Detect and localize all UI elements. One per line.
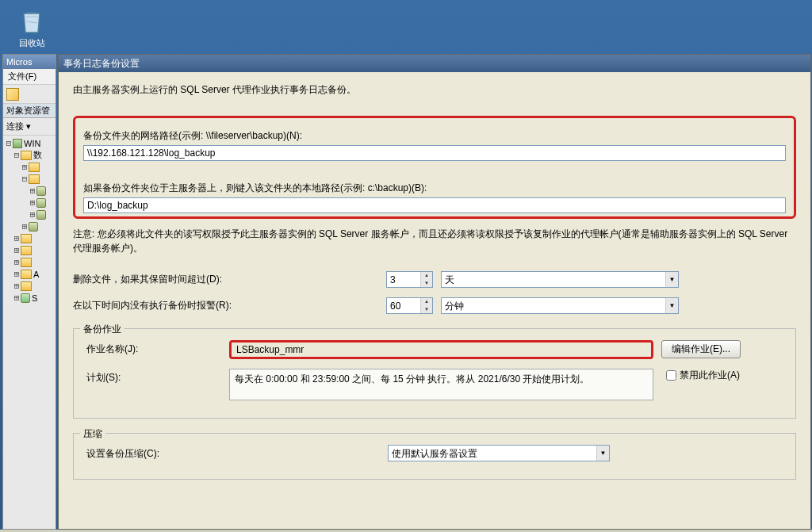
folder-icon [21, 281, 32, 291]
dialog-intro: 由主服务器实例上运行的 SQL Server 代理作业执行事务日志备份。 [73, 83, 796, 97]
local-path-label: 如果备份文件夹位于主服务器上，则键入该文件夹的本地路径(示例: c:\backu… [83, 182, 786, 195]
alert-value-spinner[interactable]: ▲▼ [386, 297, 433, 314]
agent-icon [21, 293, 30, 303]
chevron-down-icon[interactable]: ▼ [665, 272, 678, 287]
ssms-toolbar [3, 85, 56, 104]
database-icon [36, 198, 46, 208]
dialog-titlebar: 事务日志备份设置 [59, 55, 810, 72]
edit-job-button[interactable]: 编辑作业(E)... [661, 340, 741, 358]
ssms-menu[interactable]: 文件(F) [3, 69, 56, 85]
folder-icon [29, 174, 40, 184]
tree-item[interactable]: 数 [33, 149, 42, 161]
ssms-titlebar: Micros [3, 55, 56, 69]
schedule-label: 计划(S): [86, 369, 229, 385]
network-path-input[interactable] [83, 145, 786, 161]
object-explorer-header: 对象资源管 [3, 104, 56, 118]
recycle-bin-icon [16, 4, 48, 36]
folder-icon [21, 151, 32, 160]
chevron-down-icon[interactable]: ▼ [596, 446, 609, 461]
disable-job-checkbox[interactable] [666, 370, 676, 381]
alert-unit-combo[interactable]: 分钟 ▼ [441, 297, 679, 314]
job-name-highlight-box: LSBackup_mmr [229, 340, 653, 359]
database-icon [29, 222, 38, 232]
alert-unit-value: 分钟 [442, 298, 665, 313]
delete-files-label: 删除文件，如果其保留时间超过(D): [73, 273, 386, 286]
connect-label[interactable]: 连接 ▾ [6, 121, 31, 132]
alert-label: 在以下时间内没有执行备份时报警(R): [73, 299, 386, 312]
folder-icon [21, 246, 32, 255]
job-name-label: 作业名称(J): [86, 340, 229, 356]
schedule-value-box: 每天在 0:00:00 和 23:59:00 之间、每 15 分钟 执行。将从 … [229, 369, 653, 400]
compression-fieldset: 压缩 设置备份压缩(C): 使用默认服务器设置 ▼ [73, 433, 796, 480]
server-icon [13, 139, 22, 148]
disable-job-checkbox-wrap[interactable]: 禁用此作业(A) [666, 369, 740, 382]
menu-file[interactable]: 文件(F) [8, 71, 36, 82]
delete-value-input[interactable] [387, 272, 420, 287]
folder-icon [29, 163, 40, 172]
recycle-bin[interactable]: 回收站 [16, 4, 48, 49]
schedule-value: 每天在 0:00:00 和 23:59:00 之间、每 15 分钟 执行。将从 … [235, 373, 590, 385]
compression-combo[interactable]: 使用默认服务器设置 ▼ [388, 445, 610, 461]
dialog-title: 事务日志备份设置 [63, 57, 140, 71]
delete-value-spinner[interactable]: ▲▼ [386, 271, 433, 288]
delete-unit-value: 天 [442, 272, 665, 287]
toolbar-new-icon[interactable] [6, 88, 19, 101]
database-icon [36, 210, 46, 220]
tree-server-node[interactable]: WIN [24, 139, 40, 148]
backup-job-fieldset: 备份作业 作业名称(J): LSBackup_mmr 编辑作业(E)... 计划… [73, 328, 796, 419]
job-name-value[interactable]: LSBackup_mmr [236, 344, 304, 355]
spinner-up-icon[interactable]: ▲ [421, 272, 432, 280]
spinner-up-icon[interactable]: ▲ [421, 298, 432, 306]
folder-icon [21, 258, 32, 267]
ssms-title: Micros [6, 57, 32, 67]
tree-item[interactable]: A [33, 270, 39, 279]
tree-item[interactable]: S [32, 293, 37, 303]
ssms-window: Micros 文件(F) 对象资源管 连接 ▾ ⊟WIN ⊟数 ⊞ ⊟ ⊞ ⊞ … [2, 54, 56, 530]
backup-job-legend: 备份作业 [80, 323, 124, 336]
chevron-down-icon[interactable]: ▼ [665, 298, 678, 313]
compression-legend: 压缩 [80, 427, 105, 441]
delete-unit-combo[interactable]: 天 ▼ [441, 271, 679, 288]
spinner-down-icon[interactable]: ▼ [421, 280, 432, 288]
disable-job-label: 禁用此作业(A) [680, 369, 740, 382]
local-path-input[interactable] [83, 197, 786, 213]
log-backup-settings-dialog: 事务日志备份设置 由主服务器实例上运行的 SQL Server 代理作业执行事务… [58, 54, 811, 530]
alert-value-input[interactable] [387, 298, 420, 313]
folder-icon [21, 234, 32, 243]
permissions-note: 注意: 您必须将此文件夹的读写权限授予此主服务器实例的 SQL Server 服… [73, 227, 796, 255]
spinner-down-icon[interactable]: ▼ [421, 306, 432, 314]
compression-value: 使用默认服务器设置 [389, 446, 596, 461]
folder-icon [21, 270, 32, 279]
recycle-bin-label: 回收站 [16, 37, 48, 49]
object-explorer-tree[interactable]: ⊟WIN ⊟数 ⊞ ⊟ ⊞ ⊞ ⊞ ⊞ ⊞ ⊞ ⊞ ⊞A ⊞ ⊞S [3, 136, 56, 305]
path-highlight-box: 备份文件夹的网络路径(示例: \\fileserver\backup)(N): … [73, 116, 796, 219]
compression-label: 设置备份压缩(C): [86, 445, 388, 461]
network-path-label: 备份文件夹的网络路径(示例: \\fileserver\backup)(N): [83, 129, 786, 143]
database-icon [36, 186, 46, 196]
connect-bar[interactable]: 连接 ▾ [3, 118, 56, 136]
